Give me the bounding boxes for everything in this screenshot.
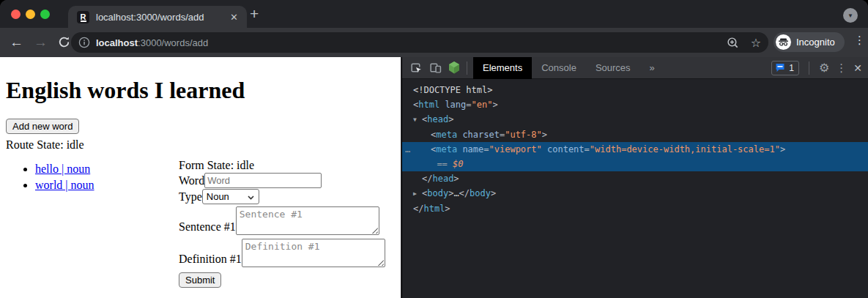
code-token: = xyxy=(585,144,590,154)
url-path: :3000/words/add xyxy=(138,37,208,48)
expand-toggle-icon[interactable]: ▶ xyxy=(413,187,422,201)
code-token: > xyxy=(492,100,497,110)
zoom-page-icon[interactable] xyxy=(727,37,739,49)
code-line[interactable]: ▶<body>…</body> xyxy=(402,186,868,201)
web-page: English words I learned Add new word Rou… xyxy=(0,57,401,298)
code-token: > xyxy=(445,204,450,214)
page-title: English words I learned xyxy=(6,77,395,104)
incognito-icon xyxy=(776,34,791,50)
device-toolbar-icon[interactable] xyxy=(426,59,445,78)
tab-sources[interactable]: Sources xyxy=(586,57,640,79)
code-token: > xyxy=(780,144,785,154)
sentence-textarea[interactable] xyxy=(236,206,379,235)
close-window-button[interactable] xyxy=(11,10,21,19)
address-bar[interactable]: localhost:3000/words/add ☆ xyxy=(71,32,768,53)
console-messages-badge[interactable]: 1 xyxy=(771,61,799,75)
code-token: "en" xyxy=(472,100,493,110)
more-tabs-icon[interactable]: » xyxy=(640,57,664,79)
expand-toggle-icon[interactable]: ▼ xyxy=(413,113,422,127)
tab-elements[interactable]: Elements xyxy=(473,57,532,79)
word-link[interactable]: world | noun xyxy=(35,179,94,191)
code-token: "viewport" xyxy=(489,144,542,154)
devtools-close-icon[interactable]: ✕ xyxy=(853,62,862,74)
code-token: html xyxy=(423,204,445,214)
code-token: $0 xyxy=(453,159,463,169)
tab-close-icon[interactable]: ✕ xyxy=(229,12,240,23)
code-token: lang xyxy=(445,100,466,110)
code-token: > xyxy=(448,114,453,124)
code-token: "width=device-width,initial-scale=1" xyxy=(590,144,780,154)
code-line[interactable]: <!DOCTYPE html> xyxy=(402,83,868,97)
type-select[interactable]: Noun xyxy=(202,189,259,204)
code-line[interactable]: </html> xyxy=(402,201,868,216)
traffic-lights xyxy=(11,10,50,19)
code-token: = xyxy=(483,144,489,154)
tab-console[interactable]: Console xyxy=(532,57,586,79)
word-list-item: hello | noun xyxy=(35,161,179,177)
code-line[interactable]: ▼<head> xyxy=(402,112,868,127)
code-token: "utf-8" xyxy=(505,130,542,140)
code-token: meta xyxy=(436,144,457,154)
url-text: localhost:3000/words/add xyxy=(96,37,716,48)
messages-count: 1 xyxy=(789,63,794,73)
site-info-icon[interactable] xyxy=(78,37,90,48)
toolbar-divider xyxy=(467,62,467,75)
code-token: charset xyxy=(462,130,500,140)
more-actions-icon[interactable]: … xyxy=(405,142,410,157)
code-line[interactable]: </head> xyxy=(402,171,868,186)
code-token: </ xyxy=(422,174,432,184)
definition-textarea[interactable] xyxy=(242,239,385,267)
inspect-element-icon[interactable] xyxy=(407,59,426,78)
devtools-menu-icon[interactable]: ⋮ xyxy=(836,62,847,73)
minimize-window-button[interactable] xyxy=(26,10,35,19)
incognito-badge: Incognito xyxy=(774,32,845,52)
elements-tree: <!DOCTYPE html><html lang="en">▼<head><m… xyxy=(402,79,868,216)
settings-gear-icon[interactable]: ⚙ xyxy=(819,62,829,73)
zoom-window-button[interactable] xyxy=(40,10,50,19)
code-token: name xyxy=(462,144,483,154)
devtools-toolbar: Elements Console Sources » 1 ⚙ ⋮ ✕ xyxy=(402,57,868,79)
word-link[interactable]: hello | noun xyxy=(35,163,90,175)
bookmark-star-icon[interactable]: ☆ xyxy=(751,36,761,50)
chevron-down-icon xyxy=(248,195,254,200)
word-input[interactable] xyxy=(204,173,322,188)
incognito-label: Incognito xyxy=(796,37,835,48)
remix-favicon-icon: R xyxy=(77,11,89,23)
definition-label: Definition #1 xyxy=(179,252,242,267)
route-state-text: Route State: idle xyxy=(6,138,395,152)
code-token xyxy=(542,144,547,154)
new-tab-button[interactable]: + xyxy=(250,6,259,22)
tab-strip: R localhost:3000/words/add ✕ + ▼ xyxy=(0,0,868,28)
code-line[interactable]: <meta charset="utf-8"> xyxy=(402,127,868,142)
code-token: body xyxy=(427,188,448,198)
message-bubble-icon xyxy=(775,63,785,72)
type-select-value: Noun xyxy=(207,191,229,202)
word-list: hello | nounworld | noun xyxy=(6,161,179,288)
type-label: Type xyxy=(179,190,202,204)
submit-button[interactable]: Submit xyxy=(179,272,221,288)
code-token: body xyxy=(470,188,491,198)
add-new-word-button[interactable]: Add new word xyxy=(6,119,79,134)
code-token: == xyxy=(437,159,453,169)
back-button[interactable]: ← xyxy=(10,34,23,51)
code-line[interactable]: …<meta name="viewport" content="width=de… xyxy=(402,142,868,157)
sentence-label: Sentence #1 xyxy=(179,220,236,234)
tab-search-chevron-icon[interactable]: ▼ xyxy=(843,8,858,23)
code-line[interactable]: <html lang="en"> xyxy=(402,97,868,112)
code-token: content xyxy=(547,144,585,154)
browser-menu-icon[interactable]: ⋮ xyxy=(854,34,865,47)
word-list-item: world | noun xyxy=(35,177,179,193)
reload-icon[interactable] xyxy=(58,36,70,52)
code-token: > xyxy=(491,188,496,198)
node-devtools-icon[interactable] xyxy=(445,59,464,78)
add-word-form: Form State: idle Word Type Noun Sentence… xyxy=(179,152,395,288)
browser-tab[interactable]: R localhost:3000/words/add ✕ xyxy=(68,6,247,28)
code-token: head xyxy=(432,174,453,184)
forward-button[interactable]: → xyxy=(34,34,48,51)
code-token: </ xyxy=(413,204,423,214)
devtools-panel: Elements Console Sources » 1 ⚙ ⋮ ✕ <!DOC… xyxy=(401,57,868,298)
code-token: html xyxy=(418,100,439,110)
code-token: … xyxy=(453,188,459,198)
code-line[interactable]: == $0 xyxy=(402,157,868,171)
code-token: </ xyxy=(459,188,470,198)
